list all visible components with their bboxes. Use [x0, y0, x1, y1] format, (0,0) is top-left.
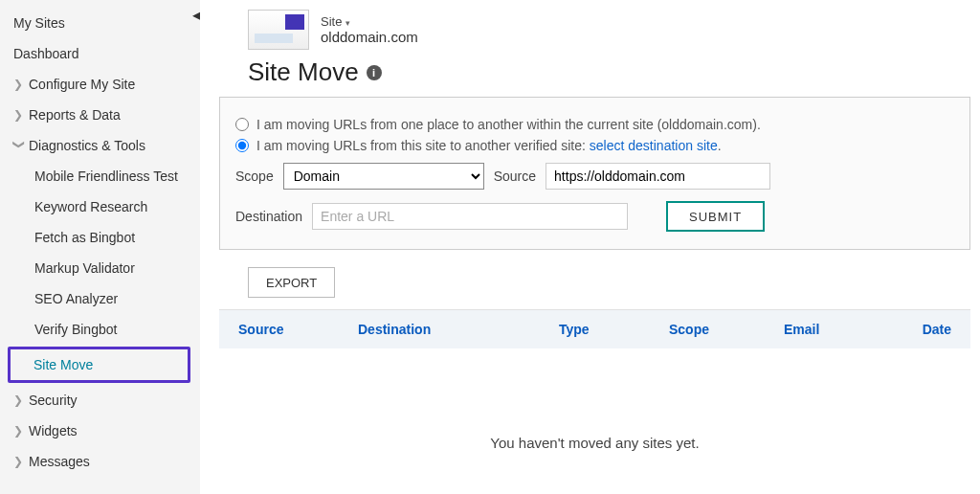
- empty-state-message: You haven't moved any sites yet.: [219, 435, 970, 451]
- site-domain: olddomain.com: [321, 29, 418, 45]
- scope-label: Scope: [235, 168, 274, 184]
- col-scope[interactable]: Scope: [669, 322, 784, 337]
- col-type[interactable]: Type: [559, 322, 669, 337]
- sidebar-widgets[interactable]: ❯Widgets: [0, 415, 200, 446]
- site-move-form: I am moving URLs from one place to anoth…: [219, 97, 970, 250]
- sidebar-sub-sitemove[interactable]: Site Move: [8, 347, 190, 383]
- sidebar-sub-mobile[interactable]: Mobile Friendliness Test: [0, 161, 200, 191]
- sidebar: My Sites Dashboard ❯Configure My Site ❯R…: [0, 0, 200, 494]
- chevron-right-icon: ❯: [13, 78, 25, 91]
- results-table-header: Source Destination Type Scope Email Date: [219, 309, 970, 348]
- radio-within-site[interactable]: [235, 118, 249, 131]
- sidebar-diagnostics[interactable]: ❯Diagnostics & Tools: [0, 130, 200, 161]
- sidebar-reports[interactable]: ❯Reports & Data: [0, 100, 200, 130]
- site-label-text: Site: [321, 14, 342, 29]
- dropdown-caret-icon: ▾: [345, 18, 350, 28]
- sidebar-messages-label: Messages: [29, 454, 90, 469]
- sidebar-widgets-label: Widgets: [29, 423, 78, 438]
- collapse-sidebar-icon[interactable]: ◂: [192, 6, 200, 24]
- page-title: Site Move i: [248, 57, 970, 87]
- main-content: ◂ Site ▾ olddomain.com Site Move i I am …: [200, 0, 980, 494]
- select-destination-link[interactable]: select destination site: [590, 138, 718, 153]
- sidebar-sub-markup[interactable]: Markup Validator: [0, 253, 200, 283]
- sidebar-security[interactable]: ❯Security: [0, 385, 200, 415]
- source-label: Source: [494, 168, 536, 184]
- site-thumbnail[interactable]: [248, 10, 309, 50]
- site-header: Site ▾ olddomain.com: [219, 10, 970, 50]
- export-button[interactable]: EXPORT: [248, 267, 335, 298]
- col-email[interactable]: Email: [784, 322, 894, 337]
- sidebar-sub-seo[interactable]: SEO Analyzer: [0, 283, 200, 314]
- source-input[interactable]: [546, 163, 770, 190]
- sidebar-messages[interactable]: ❯Messages: [0, 446, 200, 477]
- chevron-right-icon: ❯: [13, 455, 25, 468]
- sidebar-configure-label: Configure My Site: [29, 77, 135, 92]
- sidebar-sub-fetch[interactable]: Fetch as Bingbot: [0, 222, 200, 253]
- col-source[interactable]: Source: [238, 322, 358, 337]
- radio-within-site-label: I am moving URLs from one place to anoth…: [256, 117, 761, 132]
- sidebar-reports-label: Reports & Data: [29, 107, 121, 123]
- page-title-text: Site Move: [248, 57, 359, 87]
- destination-label: Destination: [235, 209, 302, 224]
- col-date[interactable]: Date: [894, 322, 951, 337]
- sidebar-dashboard[interactable]: Dashboard: [0, 38, 200, 69]
- radio-other-text: I am moving URLs from this site to anoth…: [256, 138, 590, 153]
- submit-button[interactable]: SUBMIT: [666, 201, 765, 232]
- scope-select[interactable]: Domain: [283, 163, 484, 190]
- chevron-right-icon: ❯: [13, 424, 25, 438]
- col-destination[interactable]: Destination: [358, 322, 559, 337]
- chevron-right-icon: ❯: [13, 393, 25, 407]
- sidebar-sub-verify[interactable]: Verify Bingbot: [0, 314, 200, 345]
- destination-input[interactable]: [312, 203, 628, 230]
- radio-other-site[interactable]: [235, 139, 249, 152]
- site-dropdown[interactable]: Site ▾: [321, 14, 418, 29]
- info-icon[interactable]: i: [367, 65, 382, 80]
- sidebar-my-sites[interactable]: My Sites: [0, 8, 200, 38]
- sidebar-security-label: Security: [29, 393, 78, 408]
- chevron-down-icon: ❯: [12, 140, 26, 151]
- sidebar-diagnostics-label: Diagnostics & Tools: [29, 138, 145, 153]
- chevron-right-icon: ❯: [13, 108, 25, 122]
- sidebar-sub-keyword[interactable]: Keyword Research: [0, 191, 200, 222]
- radio-other-site-label: I am moving URLs from this site to anoth…: [256, 138, 722, 153]
- sidebar-configure[interactable]: ❯Configure My Site: [0, 69, 200, 100]
